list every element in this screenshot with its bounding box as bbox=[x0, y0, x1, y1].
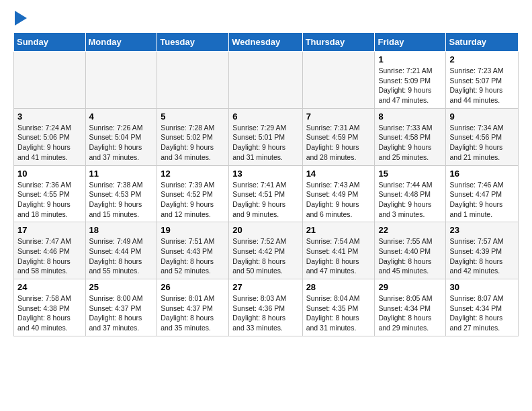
calendar-cell: 5Sunrise: 7:28 AM Sunset: 5:02 PM Daylig… bbox=[157, 108, 229, 165]
calendar-cell: 23Sunrise: 7:57 AM Sunset: 4:39 PM Dayli… bbox=[446, 222, 519, 279]
day-number: 19 bbox=[161, 225, 225, 235]
day-number: 13 bbox=[232, 169, 298, 179]
calendar-cell: 4Sunrise: 7:26 AM Sunset: 5:04 PM Daylig… bbox=[85, 108, 157, 165]
day-number: 4 bbox=[89, 111, 154, 122]
weekday-header-wednesday: Wednesday bbox=[229, 33, 302, 52]
calendar-cell: 17Sunrise: 7:47 AM Sunset: 4:46 PM Dayli… bbox=[14, 222, 86, 279]
day-info: Sunrise: 7:55 AM Sunset: 4:40 PM Dayligh… bbox=[378, 236, 442, 276]
calendar-cell: 8Sunrise: 7:33 AM Sunset: 4:58 PM Daylig… bbox=[375, 108, 446, 165]
day-number: 25 bbox=[89, 282, 154, 292]
calendar-cell bbox=[14, 52, 86, 109]
calendar: SundayMondayTuesdayWednesdayThursdayFrid… bbox=[13, 32, 519, 336]
calendar-cell: 6Sunrise: 7:29 AM Sunset: 5:01 PM Daylig… bbox=[229, 108, 302, 165]
calendar-cell: 30Sunrise: 8:07 AM Sunset: 4:34 PM Dayli… bbox=[446, 279, 519, 336]
weekday-header-monday: Monday bbox=[85, 33, 157, 52]
calendar-cell: 11Sunrise: 7:38 AM Sunset: 4:53 PM Dayli… bbox=[85, 165, 157, 222]
day-number: 5 bbox=[161, 111, 225, 122]
week-row-4: 17Sunrise: 7:47 AM Sunset: 4:46 PM Dayli… bbox=[14, 222, 519, 279]
logo bbox=[13, 11, 27, 26]
day-number: 9 bbox=[449, 111, 515, 122]
day-info: Sunrise: 7:39 AM Sunset: 4:52 PM Dayligh… bbox=[161, 180, 225, 220]
day-info: Sunrise: 7:51 AM Sunset: 4:43 PM Dayligh… bbox=[161, 236, 225, 276]
day-info: Sunrise: 7:28 AM Sunset: 5:02 PM Dayligh… bbox=[161, 123, 225, 163]
day-info: Sunrise: 7:36 AM Sunset: 4:55 PM Dayligh… bbox=[17, 180, 82, 220]
logo-triangle-icon bbox=[15, 11, 27, 26]
calendar-cell: 24Sunrise: 7:58 AM Sunset: 4:38 PM Dayli… bbox=[14, 279, 86, 336]
day-info: Sunrise: 7:34 AM Sunset: 4:56 PM Dayligh… bbox=[449, 123, 515, 163]
svg-marker-0 bbox=[15, 11, 27, 26]
day-info: Sunrise: 7:54 AM Sunset: 4:41 PM Dayligh… bbox=[306, 236, 371, 276]
calendar-cell: 27Sunrise: 8:03 AM Sunset: 4:36 PM Dayli… bbox=[229, 279, 302, 336]
day-number: 1 bbox=[378, 54, 442, 64]
calendar-cell bbox=[229, 52, 302, 109]
day-info: Sunrise: 7:43 AM Sunset: 4:49 PM Dayligh… bbox=[306, 180, 371, 220]
weekday-header-row: SundayMondayTuesdayWednesdayThursdayFrid… bbox=[14, 33, 519, 52]
day-number: 24 bbox=[17, 282, 82, 292]
day-number: 21 bbox=[306, 225, 371, 235]
day-number: 16 bbox=[449, 169, 515, 179]
day-info: Sunrise: 7:47 AM Sunset: 4:46 PM Dayligh… bbox=[17, 236, 82, 276]
day-info: Sunrise: 8:07 AM Sunset: 4:34 PM Dayligh… bbox=[449, 293, 515, 333]
day-info: Sunrise: 8:03 AM Sunset: 4:36 PM Dayligh… bbox=[232, 293, 298, 333]
day-info: Sunrise: 7:24 AM Sunset: 5:06 PM Dayligh… bbox=[17, 123, 82, 163]
calendar-cell bbox=[157, 52, 229, 109]
day-info: Sunrise: 8:00 AM Sunset: 4:37 PM Dayligh… bbox=[89, 293, 154, 333]
calendar-cell: 21Sunrise: 7:54 AM Sunset: 4:41 PM Dayli… bbox=[302, 222, 375, 279]
calendar-cell: 14Sunrise: 7:43 AM Sunset: 4:49 PM Dayli… bbox=[302, 165, 375, 222]
day-info: Sunrise: 7:21 AM Sunset: 5:09 PM Dayligh… bbox=[378, 66, 442, 105]
header bbox=[13, 11, 519, 26]
calendar-cell: 29Sunrise: 8:05 AM Sunset: 4:34 PM Dayli… bbox=[375, 279, 446, 336]
calendar-cell: 19Sunrise: 7:51 AM Sunset: 4:43 PM Dayli… bbox=[157, 222, 229, 279]
day-info: Sunrise: 7:52 AM Sunset: 4:42 PM Dayligh… bbox=[232, 236, 298, 276]
day-number: 30 bbox=[449, 282, 515, 292]
weekday-header-friday: Friday bbox=[375, 33, 446, 52]
logo-text bbox=[13, 11, 27, 26]
calendar-cell: 28Sunrise: 8:04 AM Sunset: 4:35 PM Dayli… bbox=[302, 279, 375, 336]
day-info: Sunrise: 7:58 AM Sunset: 4:38 PM Dayligh… bbox=[17, 293, 82, 333]
calendar-cell: 3Sunrise: 7:24 AM Sunset: 5:06 PM Daylig… bbox=[14, 108, 86, 165]
day-number: 10 bbox=[17, 169, 82, 179]
day-number: 7 bbox=[306, 111, 371, 122]
day-number: 27 bbox=[232, 282, 298, 292]
day-info: Sunrise: 7:23 AM Sunset: 5:07 PM Dayligh… bbox=[449, 66, 515, 105]
weekday-header-saturday: Saturday bbox=[446, 33, 519, 52]
day-number: 14 bbox=[306, 169, 371, 179]
week-row-5: 24Sunrise: 7:58 AM Sunset: 4:38 PM Dayli… bbox=[14, 279, 519, 336]
calendar-cell: 26Sunrise: 8:01 AM Sunset: 4:37 PM Dayli… bbox=[157, 279, 229, 336]
day-number: 11 bbox=[89, 169, 154, 179]
day-number: 22 bbox=[378, 225, 442, 235]
weekday-header-thursday: Thursday bbox=[302, 33, 375, 52]
day-number: 28 bbox=[306, 282, 371, 292]
day-info: Sunrise: 7:38 AM Sunset: 4:53 PM Dayligh… bbox=[89, 180, 154, 220]
day-number: 15 bbox=[378, 169, 442, 179]
day-info: Sunrise: 7:49 AM Sunset: 4:44 PM Dayligh… bbox=[89, 236, 154, 276]
day-info: Sunrise: 8:01 AM Sunset: 4:37 PM Dayligh… bbox=[161, 293, 225, 333]
day-info: Sunrise: 7:33 AM Sunset: 4:58 PM Dayligh… bbox=[378, 123, 442, 163]
day-number: 2 bbox=[449, 54, 515, 64]
page: SundayMondayTuesdayWednesdayThursdayFrid… bbox=[0, 0, 532, 343]
day-info: Sunrise: 8:05 AM Sunset: 4:34 PM Dayligh… bbox=[378, 293, 442, 333]
calendar-cell: 20Sunrise: 7:52 AM Sunset: 4:42 PM Dayli… bbox=[229, 222, 302, 279]
calendar-cell: 1Sunrise: 7:21 AM Sunset: 5:09 PM Daylig… bbox=[375, 52, 446, 109]
day-number: 26 bbox=[161, 282, 225, 292]
calendar-cell: 10Sunrise: 7:36 AM Sunset: 4:55 PM Dayli… bbox=[14, 165, 86, 222]
calendar-cell: 16Sunrise: 7:46 AM Sunset: 4:47 PM Dayli… bbox=[446, 165, 519, 222]
day-info: Sunrise: 7:46 AM Sunset: 4:47 PM Dayligh… bbox=[449, 180, 515, 220]
day-number: 6 bbox=[232, 111, 298, 122]
day-info: Sunrise: 7:26 AM Sunset: 5:04 PM Dayligh… bbox=[89, 123, 154, 163]
weekday-header-sunday: Sunday bbox=[14, 33, 86, 52]
day-info: Sunrise: 7:44 AM Sunset: 4:48 PM Dayligh… bbox=[378, 180, 442, 220]
day-info: Sunrise: 7:31 AM Sunset: 4:59 PM Dayligh… bbox=[306, 123, 371, 163]
day-number: 18 bbox=[89, 225, 154, 235]
day-number: 3 bbox=[17, 111, 82, 122]
week-row-3: 10Sunrise: 7:36 AM Sunset: 4:55 PM Dayli… bbox=[14, 165, 519, 222]
day-info: Sunrise: 8:04 AM Sunset: 4:35 PM Dayligh… bbox=[306, 293, 371, 333]
day-number: 29 bbox=[378, 282, 442, 292]
calendar-cell bbox=[85, 52, 157, 109]
day-number: 23 bbox=[449, 225, 515, 235]
calendar-cell: 12Sunrise: 7:39 AM Sunset: 4:52 PM Dayli… bbox=[157, 165, 229, 222]
calendar-cell bbox=[302, 52, 375, 109]
day-number: 12 bbox=[161, 169, 225, 179]
day-info: Sunrise: 7:57 AM Sunset: 4:39 PM Dayligh… bbox=[449, 236, 515, 276]
day-info: Sunrise: 7:41 AM Sunset: 4:51 PM Dayligh… bbox=[232, 180, 298, 220]
